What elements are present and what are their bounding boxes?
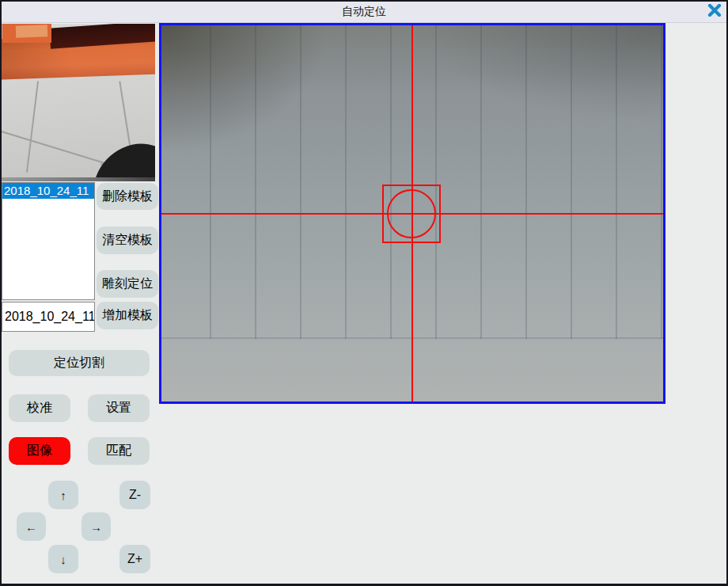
camera-thumbnail xyxy=(2,24,155,181)
position-cut-button[interactable]: 定位切割 xyxy=(9,350,150,376)
jog-right-button[interactable]: → xyxy=(82,512,111,541)
thumbnail-tile-line xyxy=(119,81,131,148)
title-bar: 自动定位 xyxy=(0,0,728,23)
template-list-item[interactable]: 2018_10_24_11 xyxy=(2,183,94,199)
jog-z-minus-button[interactable]: Z- xyxy=(119,481,150,509)
settings-button[interactable]: 设置 xyxy=(88,394,150,422)
jog-z-plus-button[interactable]: Z+ xyxy=(119,545,150,573)
close-button[interactable] xyxy=(707,5,722,19)
calibrate-button[interactable]: 校准 xyxy=(9,394,70,422)
thumbnail-tile-line xyxy=(2,130,107,164)
delete-template-button[interactable]: 删除模板 xyxy=(97,183,158,210)
template-name-input[interactable] xyxy=(2,302,95,332)
thumbnail-tile-line xyxy=(26,81,39,172)
jog-up-button[interactable]: ↑ xyxy=(48,481,78,509)
add-template-button[interactable]: 增加模板 xyxy=(97,302,158,329)
template-list[interactable]: 2018_10_24_11 xyxy=(2,182,95,300)
engrave-position-button[interactable]: 雕刻定位 xyxy=(97,270,158,298)
match-button[interactable]: 匹配 xyxy=(88,437,150,465)
thumbnail-bottom-shadow xyxy=(2,177,155,181)
window-title: 自动定位 xyxy=(0,0,728,22)
camera-view xyxy=(159,23,665,404)
close-icon xyxy=(707,4,722,20)
image-button[interactable]: 图像 xyxy=(9,437,70,465)
jog-left-button[interactable]: ← xyxy=(17,512,46,541)
jog-down-button[interactable]: ↓ xyxy=(48,545,78,573)
match-region-circle xyxy=(387,189,436,238)
thumbnail-dark-object xyxy=(83,135,155,181)
clear-template-button[interactable]: 清空模板 xyxy=(97,226,158,254)
thumbnail-post-label xyxy=(16,25,47,37)
